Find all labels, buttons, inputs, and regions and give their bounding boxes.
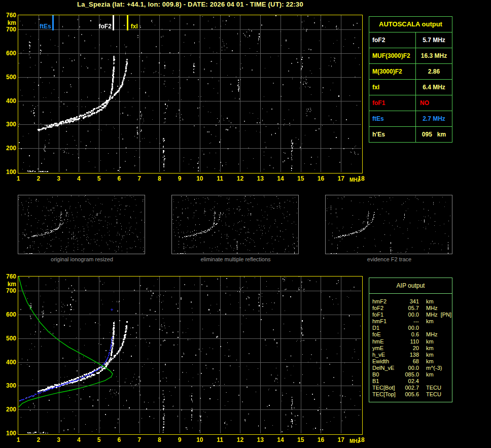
autoscala-row-value: 5.7 MHz bbox=[416, 32, 452, 48]
aip-row-yme: ymE20km bbox=[372, 345, 452, 352]
x-tick-label: 12 bbox=[237, 436, 243, 443]
x-tick-label: 17 bbox=[338, 175, 344, 182]
ionogram-canvas-top bbox=[18, 15, 361, 172]
thumbnail-original-ionogram bbox=[18, 195, 145, 254]
aip-table-header: AIP output bbox=[369, 278, 452, 294]
autoscala-row-m3000f2: M(3000)F22.86 bbox=[369, 64, 452, 80]
y-tick-label: 600 bbox=[0, 50, 16, 57]
autoscala-row-label: ftEs bbox=[369, 111, 416, 126]
x-tick-label: 10 bbox=[196, 436, 203, 443]
x-tick-label: 12 bbox=[237, 175, 243, 182]
thumbnail-caption-f2trace: evidence F2 trace bbox=[325, 256, 453, 262]
x-axis-unit-label: MHz bbox=[349, 177, 360, 183]
autoscala-row-fof2: foF25.7 MHz bbox=[369, 32, 452, 48]
aip-row-unit: km bbox=[419, 358, 452, 365]
aip-row-unit: MHz [PN] bbox=[419, 312, 452, 318]
aip-row-hme: hmE110km bbox=[372, 338, 452, 345]
autoscala-row-value: 095 km bbox=[416, 127, 452, 142]
autoscala-row-value: 16.3 MHz bbox=[416, 48, 452, 63]
aip-row-label: B1 bbox=[372, 378, 401, 385]
x-tick-label: 15 bbox=[297, 436, 304, 443]
x-axis-unit-label: MHz bbox=[349, 438, 360, 444]
aip-row-value: 00.0 bbox=[401, 325, 419, 331]
aip-row-hve: h_vE138km bbox=[372, 352, 452, 358]
x-tick-label: 1 bbox=[17, 175, 20, 182]
x-tick-label: 6 bbox=[117, 436, 121, 443]
aip-row-label: TEC[Top] bbox=[372, 391, 401, 398]
aip-row-fof2: foF205.7MHz bbox=[372, 305, 452, 312]
y-tick-label: 300 bbox=[0, 382, 16, 389]
aip-row-label: D1 bbox=[372, 325, 401, 331]
x-tick-label: 10 bbox=[196, 175, 203, 182]
autoscala-row-fof1: foF1NO bbox=[369, 95, 452, 111]
aip-row-unit: km bbox=[419, 345, 452, 352]
autoscala-row-value: 2.7 MHz bbox=[416, 111, 452, 126]
x-tick-label: 3 bbox=[57, 436, 60, 443]
aip-row-b1: B102.4 bbox=[372, 378, 452, 385]
aip-row-label: hmF1 bbox=[372, 318, 401, 325]
thumbnail-caption-original: original ionogram resized bbox=[18, 256, 146, 262]
aip-row-label: Ewidth bbox=[372, 358, 401, 365]
x-tick-label: 7 bbox=[137, 436, 141, 443]
aip-table-rows: hmF2341kmfoF205.7MHzfoF100.0MHz [PN]hmF1… bbox=[369, 294, 452, 398]
aip-row-value: 085.0 bbox=[401, 371, 419, 378]
aip-row-label: B0 bbox=[372, 371, 401, 378]
aip-row-unit: TECU bbox=[419, 391, 452, 398]
aip-row-unit: MHz bbox=[419, 305, 452, 312]
y-axis-unit-label: km bbox=[0, 281, 16, 288]
aip-row-unit: km bbox=[419, 338, 452, 345]
aip-row-value: 005.6 bbox=[401, 391, 419, 398]
autoscala-output-table: AUTOSCALA output foF25.7 MHzMUF(3000)F21… bbox=[369, 16, 452, 143]
aip-row-d1: D100.0 bbox=[372, 325, 452, 331]
x-tick-label: 15 bbox=[297, 175, 304, 182]
y-tick-label: 760 bbox=[0, 273, 16, 280]
x-tick-label: 7 bbox=[137, 175, 141, 182]
x-tick-label: 13 bbox=[257, 175, 263, 182]
aip-row-unit: TECU bbox=[419, 385, 452, 391]
x-tick-label: 14 bbox=[277, 175, 284, 182]
x-tick-label: 17 bbox=[338, 436, 344, 443]
aip-row-label: hmE bbox=[372, 338, 401, 345]
autoscala-row-label: fxI bbox=[369, 80, 416, 95]
aip-row-unit: km bbox=[419, 352, 452, 358]
y-tick-label: 700 bbox=[0, 287, 16, 294]
x-tick-label: 14 bbox=[277, 436, 284, 443]
aip-row-unit: km bbox=[419, 298, 452, 305]
aip-row-value: 02.4 bbox=[401, 378, 419, 385]
autoscala-row-label: foF2 bbox=[369, 32, 416, 48]
aip-row-unit bbox=[419, 378, 452, 385]
aip-row-label: TEC[Bot] bbox=[372, 385, 401, 391]
x-tick-label: 8 bbox=[158, 436, 161, 443]
x-tick-label: 4 bbox=[77, 436, 81, 443]
autoscala-row-label: foF1 bbox=[369, 95, 416, 111]
x-tick-label: 8 bbox=[158, 175, 161, 182]
aip-row-unit: MHz bbox=[419, 331, 452, 338]
aip-row-value: 68 bbox=[401, 358, 419, 365]
x-tick-label: 11 bbox=[217, 175, 223, 182]
aip-row-label: DelN_vE bbox=[372, 365, 401, 371]
y-tick-label: 200 bbox=[0, 406, 16, 413]
thumbnail-eliminate-reflections bbox=[171, 195, 299, 254]
aip-row-tectop: TEC[Top]005.6TECU bbox=[372, 391, 452, 398]
x-tick-label: 2 bbox=[37, 436, 40, 443]
autoscala-row-value: 6.4 MHz bbox=[416, 80, 452, 95]
autoscala-table-rows: foF25.7 MHzMUF(3000)F216.3 MHzM(3000)F22… bbox=[369, 32, 452, 142]
aip-row-unit bbox=[419, 325, 452, 331]
x-tick-label: 5 bbox=[97, 436, 101, 443]
autoscala-row-label: M(3000)F2 bbox=[369, 64, 416, 79]
thumbnail-canvas-original bbox=[18, 195, 145, 254]
thumbnail-canvas-f2trace bbox=[326, 195, 452, 254]
aip-row-label: foF2 bbox=[372, 305, 401, 312]
aip-row-ewidth: Ewidth68km bbox=[372, 358, 452, 365]
y-axis-unit-label: km bbox=[0, 19, 16, 26]
y-tick-label: 200 bbox=[0, 145, 16, 152]
aip-row-fof1: foF100.0MHz [PN] bbox=[372, 312, 452, 318]
y-tick-label: 300 bbox=[0, 121, 16, 128]
aip-row-value: 138 bbox=[401, 352, 419, 358]
aip-row-value: 00.0 bbox=[401, 365, 419, 371]
x-tick-label: 11 bbox=[217, 436, 223, 443]
aip-row-foe: foE0.6MHz bbox=[372, 331, 452, 338]
aip-row-b0: B0085.0km bbox=[372, 371, 452, 378]
marker-label-ftes: ftEs bbox=[40, 23, 51, 30]
ionogram-plot-bottom bbox=[18, 276, 363, 435]
